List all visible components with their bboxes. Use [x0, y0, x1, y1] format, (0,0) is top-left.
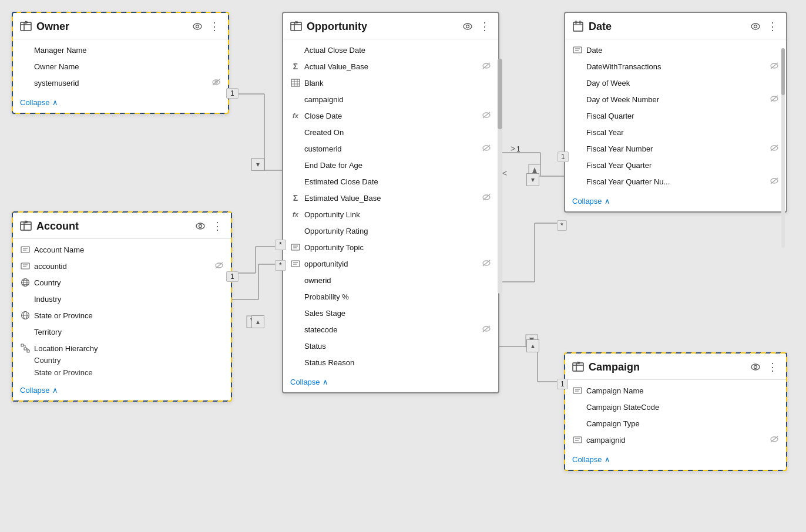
day-week-num-hidden[interactable] [770, 95, 779, 105]
field-owner-name: Owner Name [13, 58, 228, 75]
owner-more-btn[interactable]: ⋮ [208, 19, 221, 34]
field-status-reason: Status Reason [283, 354, 498, 371]
field-date: Date [565, 42, 786, 58]
campaign-connector-arrow: ▴ [526, 339, 539, 352]
svg-point-31 [193, 23, 201, 29]
campaignid-hidden[interactable] [770, 435, 779, 445]
svg-rect-42 [21, 263, 29, 269]
svg-point-32 [196, 25, 199, 28]
svg-rect-67 [291, 79, 300, 86]
field-blank: Blank [283, 75, 498, 91]
campaign-collapse-arrow: ∧ [604, 455, 610, 464]
campaign-more-btn[interactable]: ⋮ [766, 359, 779, 375]
accountid-hidden-icon[interactable] [214, 261, 224, 271]
field-est-close-date: Estimated Close Date [283, 173, 498, 190]
date-more-btn[interactable]: ⋮ [766, 19, 779, 34]
customerid-hidden[interactable] [482, 144, 491, 154]
svg-text:1: 1 [516, 145, 520, 153]
state-icon [20, 311, 31, 320]
svg-text:>: > [511, 144, 515, 153]
campaign-visibility-btn[interactable] [750, 361, 761, 373]
statecode-hidden[interactable] [482, 325, 491, 335]
close-date-hidden[interactable] [482, 111, 491, 121]
field-customerid: customerid [283, 140, 498, 157]
owner-opp-connector-arrow: ▾ [251, 158, 264, 171]
actual-value-hidden[interactable] [482, 62, 491, 72]
account-name-icon [20, 245, 31, 254]
owner-table-icon [20, 21, 32, 32]
fiscal-year-num-hidden[interactable] [770, 144, 779, 154]
field-actual-value-base: Σ Actual Value_Base [283, 58, 498, 75]
field-opportunity-rating: Opportunity Rating [283, 223, 498, 239]
account-collapse-arrow: ∧ [52, 386, 58, 395]
opportunityid-hidden[interactable] [482, 259, 491, 269]
text-icon-opp [290, 243, 301, 251]
field-opportunity-topic: Opportunity Topic [283, 239, 498, 255]
field-day-of-week-number: Day of Week Number [565, 91, 786, 107]
field-created-on: Created On [283, 124, 498, 140]
sub-field-country: Country [13, 354, 231, 366]
svg-rect-88 [573, 22, 583, 31]
fx-icon-1: fx [290, 112, 301, 119]
account-table: Account ⋮ [12, 211, 232, 402]
opportunity-collapse-arrow: ∧ [323, 378, 328, 386]
opportunity-header-actions: ⋮ [462, 19, 491, 34]
date-table-icon [572, 21, 584, 32]
date-connector-arrow: ▾ [526, 173, 539, 186]
svg-rect-108 [573, 388, 582, 393]
svg-rect-81 [291, 261, 300, 267]
field-industry: Industry [13, 291, 231, 307]
table-icon-1 [290, 79, 301, 87]
fiscal-year-qtr-nu-hidden[interactable] [770, 177, 779, 187]
date-title: Date [589, 21, 745, 33]
field-statecode: statecode [283, 321, 498, 338]
sigma-icon-1: Σ [290, 62, 301, 71]
svg-point-64 [466, 25, 469, 28]
svg-rect-36 [21, 222, 31, 230]
account-collapse-btn[interactable]: Collapse ∧ [13, 381, 231, 400]
account-more-btn[interactable]: ⋮ [211, 218, 224, 234]
field-campaign-name: Campaign Name [565, 382, 786, 399]
owner-visibility-btn[interactable] [192, 21, 203, 32]
owner-table: Owner ⋮ Manager Name Owner Name [12, 12, 229, 114]
account-header: Account ⋮ [13, 213, 231, 239]
date-scrollbar-thumb[interactable] [781, 48, 785, 95]
systemuserid-hidden-icon[interactable] [211, 78, 221, 88]
field-fiscal-quarter: Fiscal Quarter [565, 107, 786, 124]
opportunity-scrollbar-thumb[interactable] [498, 59, 502, 129]
opportunity-collapse-btn[interactable]: Collapse ∧ [283, 373, 498, 392]
owner-collapse-arrow: ∧ [52, 98, 58, 107]
svg-point-63 [464, 23, 472, 29]
opportunity-header: Opportunity ⋮ [283, 13, 498, 39]
opportunity-visibility-btn[interactable] [462, 21, 473, 32]
date-collapse-btn[interactable]: Collapse ∧ [565, 192, 786, 211]
est-value-hidden[interactable] [482, 193, 491, 203]
date-text-icon [572, 46, 583, 54]
date-fields: Date DateWithTransactions Day of Week Da… [565, 39, 786, 192]
date-table: Date ⋮ D [564, 12, 787, 213]
account-visibility-btn[interactable] [194, 220, 206, 232]
svg-point-106 [751, 364, 760, 370]
campaign-header-actions: ⋮ [750, 359, 779, 375]
owner-collapse-btn[interactable]: Collapse ∧ [13, 93, 228, 113]
date-collapse-arrow: ∧ [604, 197, 610, 206]
opportunity-table: Opportunity ⋮ Actual Close Date Σ Actual [282, 12, 499, 393]
field-country: Country [13, 274, 231, 291]
field-opportunityid: opportunityid [283, 255, 498, 272]
svg-point-37 [196, 223, 204, 229]
date-visibility-btn[interactable] [750, 21, 761, 32]
field-campaign-statecode: Campaign StateCode [565, 399, 786, 415]
campaign-collapse-btn[interactable]: Collapse ∧ [565, 450, 786, 470]
svg-point-38 [199, 225, 202, 228]
opportunity-more-btn[interactable]: ⋮ [478, 19, 491, 34]
field-campaign-type: Campaign Type [565, 415, 786, 432]
field-opportunity-link: fx Opportunity Link [283, 206, 498, 223]
opportunity-fields: Actual Close Date Σ Actual Value_Base [283, 39, 498, 373]
date-with-trans-hidden[interactable] [770, 62, 779, 72]
svg-rect-57 [27, 350, 29, 352]
campaign-id-icon [572, 436, 583, 444]
location-hierarchy-group: Location Hierarchy [13, 341, 231, 354]
opportunity-title: Opportunity [307, 21, 457, 33]
field-systemuserid: systemuserid [13, 75, 228, 91]
country-icon [20, 278, 31, 287]
